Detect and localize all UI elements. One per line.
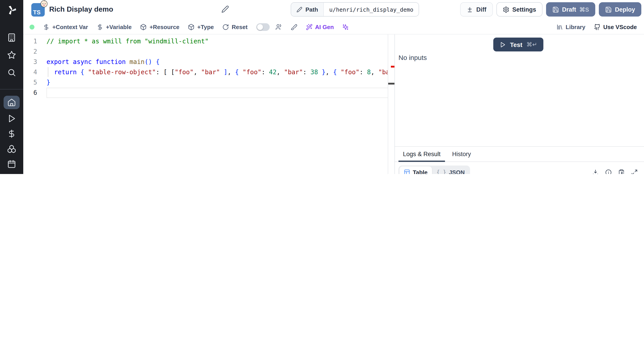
format-brush-icon[interactable] xyxy=(290,24,297,30)
sidebar-divider xyxy=(0,89,23,90)
app: TS Rich Display demo Path u/henri/rich_d… xyxy=(0,0,644,174)
cursor-marker xyxy=(388,83,394,84)
github-icon xyxy=(594,24,600,30)
topbar: TS Rich Display demo Path u/henri/rich_d… xyxy=(23,0,644,20)
overview-ruler xyxy=(388,34,394,174)
search-icon[interactable] xyxy=(4,66,20,79)
add-context-var-button[interactable]: +Context Var xyxy=(43,24,88,30)
path-control[interactable]: Path u/henri/rich_display_demo xyxy=(291,2,419,16)
braces-icon: { } xyxy=(436,169,446,174)
use-vscode-button[interactable]: Use VScode xyxy=(594,24,637,30)
results-section: Logs & Result History Table { } JSON xyxy=(395,146,644,174)
code-line[interactable]: 5} xyxy=(23,78,388,88)
line-number: 4 xyxy=(23,67,46,78)
expand-icon[interactable] xyxy=(631,169,638,174)
package-icon xyxy=(140,24,147,30)
reset-button[interactable]: Reset xyxy=(222,24,248,30)
editor-toolbar: +Context Var +Variable +Resource +Type R… xyxy=(23,20,644,34)
no-inputs-text: No inputs xyxy=(398,54,427,61)
magic-wand-icon xyxy=(306,24,312,30)
tab-history[interactable]: History xyxy=(448,147,476,162)
sidebar xyxy=(0,0,23,174)
dollar-icon xyxy=(43,24,50,30)
draft-button[interactable]: Draft ⌘S xyxy=(546,2,595,16)
table-icon xyxy=(404,169,410,174)
save-icon xyxy=(552,6,559,13)
sidebar-item-runs[interactable] xyxy=(4,113,20,124)
edit-summary-pencil-icon[interactable] xyxy=(222,5,229,13)
diff-icon xyxy=(466,6,473,13)
line-number: 1 xyxy=(23,36,46,46)
tab-logs-result[interactable]: Logs & Result xyxy=(398,147,445,162)
library-button[interactable]: Library xyxy=(556,24,586,30)
download-result-icon[interactable] xyxy=(592,169,599,174)
dollar-icon xyxy=(96,24,103,30)
multiplayer-toggle[interactable] xyxy=(256,23,270,31)
code-lines[interactable]: 1// import * as wmill from "windmill-cli… xyxy=(23,36,388,98)
view-toggle-table[interactable]: Table xyxy=(399,166,432,174)
add-resource-button[interactable]: +Resource xyxy=(140,24,180,30)
code-editor[interactable]: 1// import * as wmill from "windmill-cli… xyxy=(23,34,394,174)
view-toggle-json[interactable]: { } JSON xyxy=(432,166,469,174)
library-icon xyxy=(556,24,563,30)
info-icon[interactable] xyxy=(605,169,612,174)
typescript-badge: TS xyxy=(31,3,45,16)
package-icon xyxy=(188,24,194,30)
ai-gen-button[interactable]: AI Gen xyxy=(306,24,334,30)
test-button[interactable]: Test ⌘↵ xyxy=(494,38,544,52)
pencil-icon xyxy=(296,6,302,12)
deploy-button[interactable]: Deploy xyxy=(599,2,641,16)
page-title: Rich Display demo xyxy=(49,5,113,14)
code-line[interactable]: 3export async function main() { xyxy=(23,57,388,67)
sidebar-item-resources[interactable] xyxy=(4,143,20,154)
line-number: 6 xyxy=(23,88,46,98)
sidebar-item-schedules[interactable] xyxy=(4,158,20,170)
gear-icon xyxy=(502,6,509,13)
line-number: 2 xyxy=(23,46,46,57)
diff-button[interactable]: Diff xyxy=(460,2,492,16)
code-line[interactable]: 6 xyxy=(23,88,388,98)
run-section: Test ⌘↵ No inputs xyxy=(395,34,644,146)
baby-emoji-icon xyxy=(40,0,48,8)
line-number: 3 xyxy=(23,57,46,67)
status-dot xyxy=(30,24,34,30)
error-marker xyxy=(391,66,394,68)
copy-clipboard-icon[interactable] xyxy=(618,169,625,174)
sidebar-item-home[interactable] xyxy=(4,96,20,109)
main-area: TS Rich Display demo Path u/henri/rich_d… xyxy=(23,0,644,174)
results-tabbar: Logs & Result History xyxy=(395,147,644,162)
favorites-star-icon[interactable] xyxy=(4,48,20,62)
path-label: Path xyxy=(291,3,324,16)
code-line[interactable]: 1// import * as wmill from "windmill-cli… xyxy=(23,36,388,46)
add-variable-button[interactable]: +Variable xyxy=(96,24,132,30)
users-icon[interactable] xyxy=(275,24,282,30)
settings-button[interactable]: Settings xyxy=(496,2,542,16)
code-line[interactable]: 4 return { "table-row-object": [ ["foo",… xyxy=(23,67,388,78)
sparkles-icon[interactable] xyxy=(342,24,349,30)
code-line[interactable]: 2 xyxy=(23,46,388,57)
path-value: u/henri/rich_display_demo xyxy=(324,3,418,16)
add-type-button[interactable]: +Type xyxy=(188,24,214,30)
refresh-icon xyxy=(222,24,229,30)
right-panel: Test ⌘↵ No inputs Logs & Result History xyxy=(395,34,644,174)
sidebar-item-variables[interactable] xyxy=(4,128,20,139)
windmill-logo-icon[interactable] xyxy=(6,4,18,16)
save-icon xyxy=(605,6,612,13)
line-number: 5 xyxy=(23,78,46,88)
play-icon xyxy=(500,42,506,48)
workspace-icon[interactable] xyxy=(4,31,20,44)
view-toggle: Table { } JSON xyxy=(398,166,470,174)
